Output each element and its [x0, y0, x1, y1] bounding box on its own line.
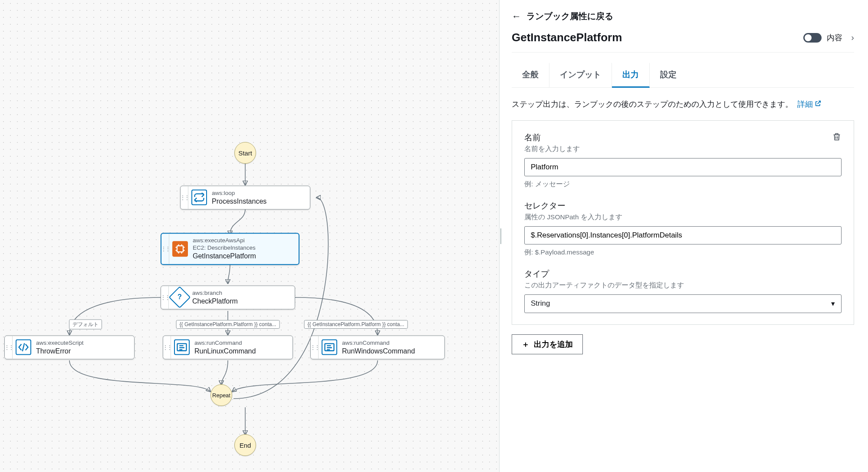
- node-action: aws:runCommand: [194, 340, 256, 347]
- properties-panel: ← ランブック属性に戻る GetInstancePlatform 内容 › 全般…: [499, 0, 868, 472]
- node-check-platform[interactable]: ? aws:branch CheckPlatform: [161, 286, 295, 310]
- api-icon: [169, 234, 191, 264]
- branch-icon: ?: [169, 286, 191, 309]
- resize-handle[interactable]: [499, 228, 500, 244]
- type-label: タイプ: [524, 268, 842, 280]
- add-output-label: 出力を追加: [534, 339, 573, 350]
- node-get-instance-platform[interactable]: aws:executeAwsApi EC2: DescribeInstances…: [161, 233, 299, 265]
- output-form: 名前 名前を入力します 例: メッセージ セレクター 属性の JSONPath …: [512, 120, 854, 325]
- tab-inputs[interactable]: インプット: [549, 63, 612, 87]
- drag-handle[interactable]: [163, 336, 171, 359]
- edge-label-windows: {{ GetInstancePlatform.Platform }} conta…: [304, 320, 408, 329]
- end-node[interactable]: End: [234, 434, 256, 456]
- content-toggle[interactable]: [803, 33, 822, 43]
- caret-down-icon: ▾: [831, 299, 835, 308]
- chevron-right-icon[interactable]: ›: [851, 33, 854, 43]
- node-name: RunLinuxCommand: [194, 347, 256, 355]
- type-help: この出力アーティファクトのデータ型を指定します: [524, 281, 842, 290]
- loop-icon: [188, 186, 210, 209]
- back-label: ランブック属性に戻る: [526, 10, 613, 22]
- drag-handle[interactable]: [311, 336, 319, 359]
- name-hint: 例: メッセージ: [524, 180, 842, 189]
- add-output-button[interactable]: ＋ 出力を追加: [512, 334, 583, 354]
- name-help: 名前を入力します: [524, 145, 580, 154]
- script-icon: [13, 336, 34, 359]
- node-process-instances[interactable]: aws:loop ProcessInstances: [180, 186, 310, 210]
- panel-title: GetInstancePlatform: [512, 31, 622, 44]
- drag-handle[interactable]: [161, 234, 169, 264]
- tab-general[interactable]: 全般: [512, 63, 549, 87]
- back-link[interactable]: ← ランブック属性に戻る: [512, 10, 854, 22]
- node-name: RunWindowsCommand: [342, 347, 415, 355]
- tabs: 全般 インプット 出力 設定: [512, 63, 854, 88]
- node-action: aws:runCommand: [342, 340, 415, 347]
- edge-label-default: デフォルト: [69, 320, 102, 330]
- node-action: aws:branch: [192, 290, 238, 297]
- start-node[interactable]: Start: [234, 142, 256, 164]
- selector-label: セレクター: [524, 200, 842, 211]
- type-value: String: [531, 299, 550, 308]
- drag-handle[interactable]: [161, 286, 169, 309]
- node-throw-error[interactable]: aws:executeScript ThrowError: [4, 336, 135, 360]
- intro-text: ステップ出力は、ランブックの後のステップのための入力として使用できます。 詳細: [512, 98, 854, 111]
- repeat-node[interactable]: Repeat: [210, 384, 232, 406]
- workflow-canvas[interactable]: Start aws:loop ProcessInstances a: [0, 0, 499, 472]
- selector-help: 属性の JSONPath を入力します: [524, 213, 842, 222]
- selector-input[interactable]: [524, 226, 842, 244]
- name-label: 名前: [524, 132, 580, 143]
- node-action: aws:loop: [212, 190, 266, 197]
- learn-more-link[interactable]: 詳細: [797, 100, 822, 109]
- toggle-label: 内容: [827, 33, 842, 43]
- tab-outputs[interactable]: 出力: [612, 63, 650, 88]
- node-name: CheckPlatform: [192, 297, 238, 305]
- node-run-linux[interactable]: aws:runCommand RunLinuxCommand: [163, 336, 293, 360]
- selector-hint: 例: $.Payload.message: [524, 248, 842, 257]
- run-command-icon: [171, 336, 193, 359]
- node-name: ProcessInstances: [212, 197, 266, 205]
- svg-rect-0: [177, 246, 183, 252]
- node-name: ThrowError: [36, 347, 84, 355]
- edge-label-linux: {{ GetInstancePlatform.Platform }} conta…: [176, 320, 280, 329]
- drag-handle[interactable]: [5, 336, 13, 359]
- tab-settings[interactable]: 設定: [650, 63, 687, 87]
- end-label: End: [240, 442, 251, 449]
- repeat-label: Repeat: [212, 392, 230, 399]
- node-run-windows[interactable]: aws:runCommand RunWindowsCommand: [310, 336, 445, 360]
- node-action: aws:executeAwsApi: [193, 237, 256, 244]
- node-name: GetInstancePlatform: [193, 252, 256, 261]
- node-action: aws:executeScript: [36, 340, 84, 347]
- plus-icon: ＋: [522, 339, 529, 350]
- external-link-icon: [815, 98, 822, 111]
- node-subtitle: EC2: DescribeInstances: [193, 244, 256, 252]
- drag-handle[interactable]: [181, 186, 188, 209]
- back-arrow-icon: ←: [512, 11, 521, 22]
- run-command-icon: [319, 336, 340, 359]
- type-select[interactable]: String ▾: [524, 294, 842, 313]
- start-label: Start: [238, 149, 252, 157]
- name-input[interactable]: [524, 158, 842, 176]
- delete-output-button[interactable]: [832, 132, 842, 143]
